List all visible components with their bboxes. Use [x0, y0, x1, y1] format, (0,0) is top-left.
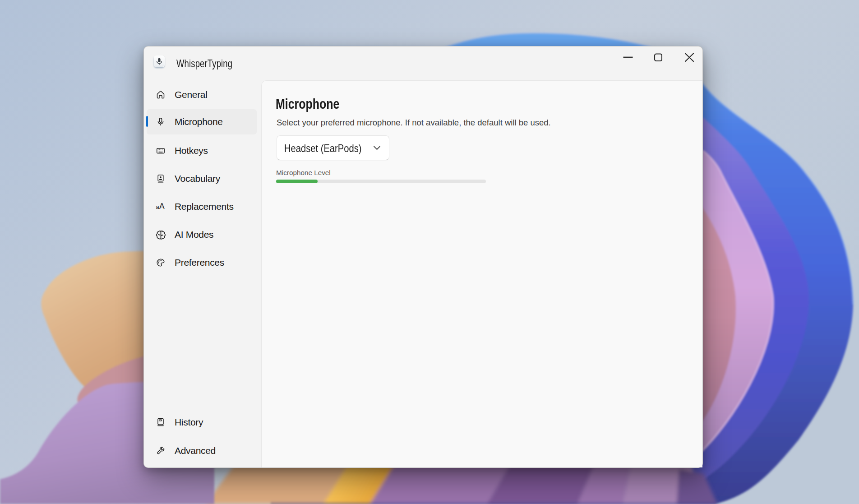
svg-text:A: A — [159, 202, 165, 211]
